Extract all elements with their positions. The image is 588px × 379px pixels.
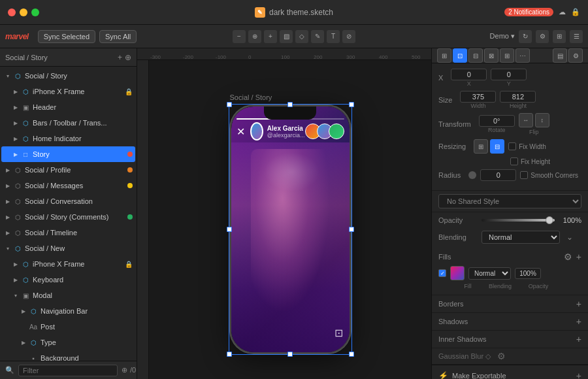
sync-selected-button[interactable]: Sync Selected [38, 30, 95, 43]
layer-item[interactable]: ▶ ▣ Header [1, 99, 135, 115]
position-x-input[interactable] [451, 69, 487, 80]
gaussian-blur-settings-icon[interactable]: ⚙ [497, 351, 506, 361]
tool-1[interactable]: ▧ [280, 30, 293, 43]
layer-icon: □ [21, 150, 30, 159]
layer-item[interactable]: ▶ ⬡ Social / Timeline [1, 225, 135, 240]
size-width-input[interactable] [460, 91, 496, 103]
layer-item[interactable]: ▾ ⬡ Social / Story [1, 68, 135, 84]
tool-2[interactable]: ◇ [295, 30, 308, 43]
layer-item[interactable]: ▶ ⬡ iPhone X Frame 🔒 [1, 84, 135, 99]
style-btn[interactable]: ▤ [553, 48, 567, 63]
fix-height-checkbox[interactable] [510, 157, 518, 165]
selection-handle-tl[interactable] [227, 102, 232, 107]
search-icon: 🔍 [5, 366, 14, 374]
fill-opacity-input[interactable] [515, 268, 541, 279]
zoom-icon[interactable]: ⊕ [248, 30, 261, 43]
fills-add-icon[interactable]: + [576, 252, 581, 262]
cloud-icon[interactable]: ☁ [559, 8, 566, 16]
phone-share-icon[interactable]: ⊡ [335, 327, 343, 339]
inspect-btn[interactable]: ⚙ [568, 48, 583, 63]
toolbar: marvel Sync Selected Sync All − ⊕ + ▧ ◇ … [0, 25, 588, 48]
demo-selector[interactable]: Demo ▾ [490, 32, 515, 41]
export-icon: ⚡ [438, 371, 448, 379]
selection-handle-br[interactable] [349, 352, 354, 357]
main-layout: Social / Story + ⊕ ▾ ⬡ Social / Story ▶ … [0, 48, 588, 379]
layer-item[interactable]: ▾ ⬡ Social / New [1, 240, 135, 256]
tool-4[interactable]: T [327, 30, 340, 43]
layer-item[interactable]: ▪ Background [1, 350, 135, 361]
shadows-add-icon[interactable]: + [576, 316, 581, 327]
sidebar-menu-icon[interactable]: ⊕ [125, 53, 131, 62]
layer-item[interactable]: ▶ ⬡ Keyboard [1, 272, 135, 288]
align-center-btn[interactable]: ⊡ [453, 48, 467, 63]
layer-item-story[interactable]: ▶ □ Story [1, 146, 135, 162]
tool-3[interactable]: ✎ [311, 30, 324, 43]
blending-select[interactable]: Normal [482, 231, 560, 244]
settings-icon[interactable]: ⚙ [536, 30, 549, 43]
position-y-input[interactable] [491, 69, 527, 80]
fill-blend-select[interactable]: Normal [468, 267, 511, 280]
rotate-input[interactable] [479, 115, 515, 127]
blending-chevron-icon[interactable]: ⌄ [566, 233, 573, 242]
selection-handle-bl[interactable] [227, 352, 232, 357]
layer-item[interactable]: ▶ ⬡ Home Indicator [1, 131, 135, 146]
phone-close-btn[interactable]: ✕ [237, 125, 245, 138]
more-btn[interactable]: ⋯ [515, 48, 530, 63]
align-right-btn[interactable]: ⊟ [468, 48, 483, 63]
layer-item[interactable]: Aa Post [1, 319, 135, 335]
align-left-btn[interactable]: ⊞ [437, 48, 451, 63]
distribute-v-btn[interactable]: ⊞ [500, 48, 514, 63]
opacity-thumb[interactable] [546, 216, 553, 224]
opacity-label: Opacity [438, 216, 478, 224]
borders-add-icon[interactable]: + [576, 299, 581, 309]
fill-enabled-checkbox[interactable]: ✓ [438, 269, 446, 277]
minimize-window-button[interactable] [20, 8, 27, 16]
close-window-button[interactable] [8, 8, 16, 16]
notification-badge[interactable]: 2 Notifications [504, 8, 553, 16]
size-height-input[interactable] [500, 91, 536, 103]
sidebar-filter-icon[interactable]: /0 [130, 366, 136, 374]
radius-dot[interactable] [468, 171, 476, 179]
sidebar-add-layer-icon[interactable]: ⊕ [122, 366, 127, 374]
layer-item[interactable]: ▾ ▣ Modal [1, 288, 135, 303]
chevron-right-icon: ▶ [12, 103, 20, 111]
maximize-window-button[interactable] [31, 8, 39, 16]
layer-item[interactable]: ▶ ⬡ Social / Messages [1, 178, 135, 193]
flip-v-btn[interactable]: ↕ [535, 113, 549, 127]
layer-item[interactable]: ▶ ⬡ Social / Story (Comments) [1, 209, 135, 225]
fill-color-swatch[interactable] [450, 266, 465, 280]
layer-item-navigation[interactable]: ▶ ⬡ Navigation Bar [1, 303, 135, 319]
list-view-icon[interactable]: ☰ [570, 30, 583, 43]
traffic-lights[interactable] [0, 8, 47, 16]
layer-item[interactable]: ▶ ⬡ Type [1, 335, 135, 350]
layer-item[interactable]: ▶ ⬡ Social / Profile [1, 162, 135, 178]
distribute-h-btn[interactable]: ⊠ [484, 48, 498, 63]
layer-item[interactable]: ▶ ⬡ iPhone X Frame 🔒 [1, 256, 135, 272]
gaussian-blur-section: Gaussian Blur ◇ ⚙ [432, 348, 588, 365]
radius-input[interactable] [480, 169, 516, 181]
layer-item[interactable]: ▶ ⬡ Bars / Toolbar / Trans... [1, 115, 135, 131]
opacity-slider[interactable] [482, 219, 555, 222]
layer-item[interactable]: ▶ ⬡ Social / Conversation [1, 193, 135, 209]
zoom-in-icon[interactable]: + [264, 30, 277, 43]
resizing-icon-2[interactable]: ⊟ [490, 139, 504, 154]
component-icon: ⬡ [21, 259, 30, 269]
tool-5[interactable]: ⊘ [342, 30, 355, 43]
smooth-corners-checkbox[interactable] [520, 171, 528, 179]
fills-settings-icon[interactable]: ⚙ [564, 252, 572, 262]
resizing-icon-1[interactable]: ⊞ [474, 139, 488, 154]
refresh-icon[interactable]: ↻ [519, 30, 532, 43]
flip-h-btn[interactable]: ↔ [519, 113, 533, 127]
canvas-area[interactable]: -300 -200 -100 0 100 200 300 400 500 600… [137, 48, 431, 379]
selection-handle-tr[interactable] [349, 102, 354, 107]
inner-shadows-add-icon[interactable]: + [576, 334, 581, 344]
sidebar-add-icon[interactable]: + [118, 53, 122, 62]
make-exportable-add-icon[interactable]: + [576, 371, 581, 379]
zoom-out-icon[interactable]: − [233, 30, 246, 43]
grid-view-icon[interactable]: ⊞ [553, 30, 566, 43]
sync-all-button[interactable]: Sync All [99, 30, 137, 43]
shared-style-select[interactable]: No Shared Style [438, 194, 581, 208]
lock-icon: 🔒 [571, 8, 580, 16]
search-input[interactable] [18, 365, 118, 376]
fix-width-checkbox[interactable] [508, 142, 516, 150]
